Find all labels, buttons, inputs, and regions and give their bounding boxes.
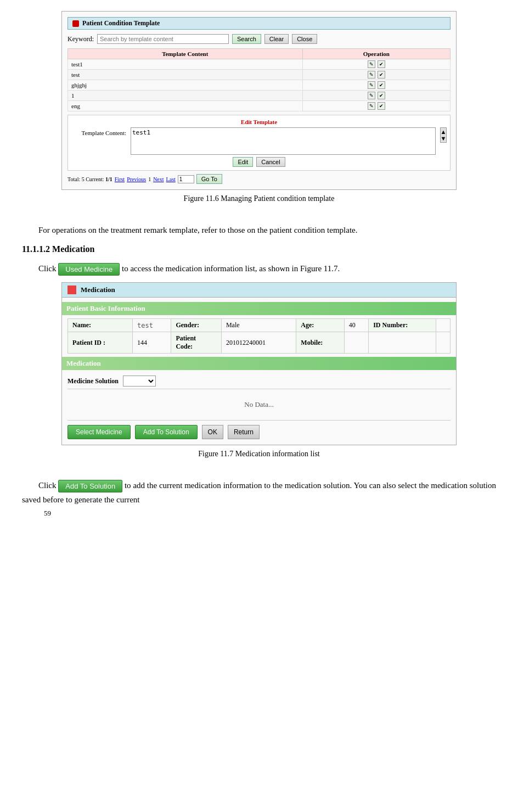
ok-button[interactable]: OK [202, 425, 223, 439]
op-cell: ✎✔ [302, 70, 450, 80]
delete-icon[interactable]: ✔ [378, 60, 385, 68]
para2-before: Click [38, 264, 57, 273]
edit-btn-row: Edit Cancel [71, 157, 447, 167]
figure-116-box: Patient Condition Template Keyword: Sear… [61, 11, 457, 190]
close-button[interactable]: Close [292, 34, 317, 44]
search-input[interactable] [97, 34, 229, 44]
first-link[interactable]: First [115, 176, 125, 182]
med-solution-row: Medicine Solution [67, 373, 451, 389]
op-cell: ✎✔ [302, 80, 450, 91]
scrollbar[interactable]: ▲ ▼ [440, 127, 447, 143]
template-content-label: Template Content: [71, 127, 126, 136]
table-row: test✎✔ [68, 70, 451, 80]
mobile-value [344, 332, 368, 354]
para1: For operations on the treatment remark t… [22, 223, 496, 238]
patient-info-table: Name: test Gender: Male Age: 40 ID Numbe… [67, 318, 451, 354]
empty2 [436, 332, 450, 354]
no-data-row: No Data... [67, 389, 451, 421]
keyword-label: Keyword: [67, 35, 94, 43]
med-title: Medication [81, 285, 115, 294]
table-row: 1✎✔ [68, 91, 451, 101]
figure-117-box: Medication Patient Basic Information Nam… [61, 282, 457, 445]
figure-117-caption: Figure 11.7 Medication information list [22, 450, 496, 458]
add-to-solution-button-inline[interactable]: Add To Solution [58, 480, 122, 492]
content-cell: test1 [68, 59, 303, 70]
edit-icon[interactable]: ✎ [368, 60, 375, 68]
table-row: eng✎✔ [68, 101, 451, 111]
next-link[interactable]: Next [153, 176, 164, 182]
page-num-display: 1 [148, 176, 151, 182]
delete-icon[interactable]: ✔ [378, 81, 385, 89]
pagination-text: Total: 5 Current: 1/1 [67, 176, 112, 182]
dialog-title: Patient Condition Template [82, 19, 160, 27]
edit-template-section: Edit Template Template Content: test1 ▲ … [67, 115, 451, 171]
figure-116-caption: Figure 11.6 Managing Patient condition t… [22, 194, 496, 203]
med-btn-row: Select Medicine Add To Solution OK Retur… [67, 421, 451, 439]
medication-header: Medication [62, 357, 456, 370]
name-value: test [133, 319, 171, 332]
op-cell: ✎✔ [302, 91, 450, 101]
para2: Click Used Medicine to access the medica… [22, 262, 496, 276]
gender-value: Male [221, 319, 296, 332]
medication-icon [67, 285, 76, 294]
op-cell: ✎✔ [302, 101, 450, 111]
delete-icon[interactable]: ✔ [378, 102, 385, 110]
clear-button[interactable]: Clear [264, 34, 289, 44]
close-icon [72, 20, 79, 27]
col-template-content: Template Content [68, 49, 303, 59]
select-medicine-button[interactable]: Select Medicine [67, 425, 131, 439]
patient-id-value: 144 [133, 332, 171, 354]
patient-code-label: PatientCode: [171, 332, 221, 354]
age-label: Age: [296, 319, 344, 332]
edit-icon[interactable]: ✎ [368, 81, 375, 89]
delete-icon[interactable]: ✔ [378, 92, 385, 99]
med-section: Patient Basic Information Name: test Gen… [62, 302, 456, 445]
table-row: test1✎✔ [68, 59, 451, 70]
cancel-button[interactable]: Cancel [256, 157, 285, 167]
med-title-bar: Medication [62, 283, 456, 298]
patient-code-value: 201012240001 [221, 332, 296, 354]
table-row: ghjghj✎✔ [68, 80, 451, 91]
edit-icon[interactable]: ✎ [368, 102, 375, 110]
id-number-value [436, 319, 450, 332]
return-button[interactable]: Return [228, 425, 260, 439]
goto-input[interactable] [178, 175, 194, 183]
empty1 [369, 332, 436, 354]
patient-id-label: Patient ID : [68, 332, 133, 354]
search-button[interactable]: Search [232, 34, 261, 44]
op-cell: ✎✔ [302, 59, 450, 70]
name-label: Name: [68, 319, 133, 332]
content-cell: test [68, 70, 303, 80]
template-table: Template Content Operation test1✎✔test✎✔… [67, 48, 451, 111]
edit-template-title: Edit Template [71, 119, 447, 125]
gender-label: Gender: [171, 319, 221, 332]
search-row: Keyword: Search Clear Close [67, 34, 451, 44]
last-link[interactable]: Last [166, 176, 176, 182]
add-to-solution-button[interactable]: Add To Solution [135, 425, 198, 439]
content-cell: 1 [68, 91, 303, 101]
delete-icon[interactable]: ✔ [378, 71, 385, 79]
section-heading: 11.1.1.2 Medication [22, 244, 496, 254]
edit-template-row: Template Content: test1 ▲ ▼ [71, 127, 447, 155]
goto-button[interactable]: Go To [196, 174, 222, 184]
para3-before: Click [38, 481, 57, 490]
para3: Click Add To Solution to add the current… [22, 479, 496, 507]
prev-link[interactable]: Previous [127, 176, 146, 182]
edit-icon[interactable]: ✎ [368, 71, 375, 79]
age-value: 40 [344, 319, 368, 332]
template-content-input[interactable]: test1 [131, 127, 436, 155]
page-number: 59 [44, 509, 51, 518]
edit-icon[interactable]: ✎ [368, 92, 375, 99]
col-operation: Operation [302, 49, 450, 59]
patient-basic-header: Patient Basic Information [62, 302, 456, 315]
mobile-label: Mobile: [296, 332, 344, 354]
content-cell: ghjghj [68, 80, 303, 91]
edit-button[interactable]: Edit [233, 157, 253, 167]
med-solution-select[interactable] [123, 376, 156, 387]
pagination-row: Total: 5 Current: 1/1 First Previous 1 N… [67, 174, 451, 184]
para2-after: to access the medication information lis… [122, 264, 340, 273]
used-medicine-button[interactable]: Used Medicine [58, 263, 120, 276]
med-solution-label: Medicine Solution [67, 377, 119, 385]
id-number-label: ID Number: [369, 319, 436, 332]
content-cell: eng [68, 101, 303, 111]
